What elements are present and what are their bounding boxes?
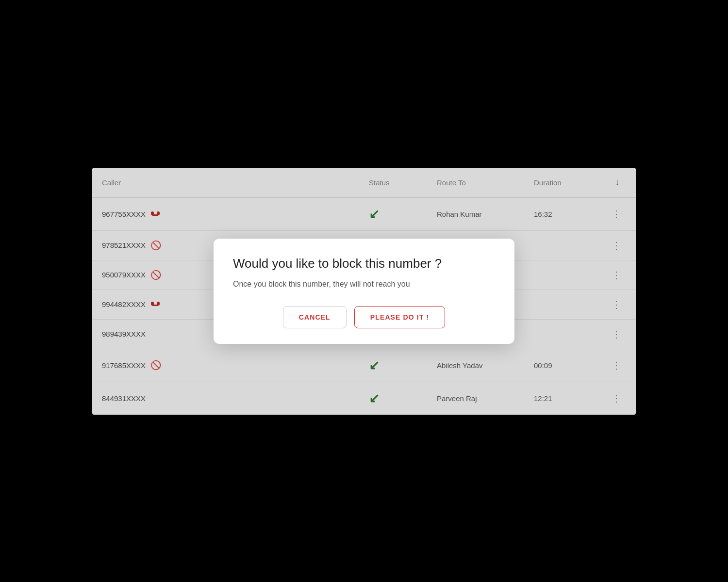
modal-overlay: Would you like to block this number ? On… (92, 168, 636, 415)
block-number-dialog: Would you like to block this number ? On… (214, 239, 514, 344)
cancel-button[interactable]: CANCEL (283, 306, 347, 328)
main-container: Caller Status Route To Duration ⭳ 967755… (92, 168, 636, 415)
confirm-button[interactable]: PLEASE DO IT ! (354, 306, 445, 328)
dialog-body: Once you block this number, they will no… (233, 280, 495, 289)
dialog-title: Would you like to block this number ? (233, 256, 495, 271)
dialog-actions: CANCEL PLEASE DO IT ! (233, 306, 495, 328)
